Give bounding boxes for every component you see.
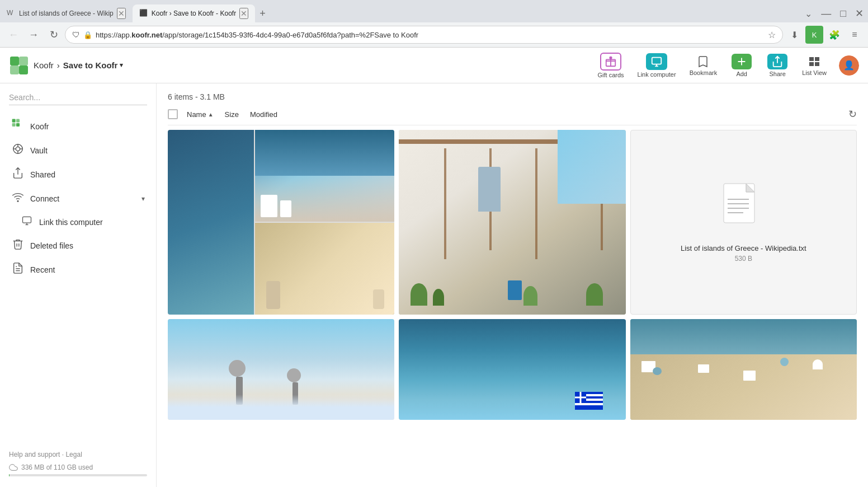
browser-menu-button[interactable]: ≡ <box>846 26 864 44</box>
sort-arrow-icon: ▲ <box>208 111 214 118</box>
storage-bar-fill <box>9 474 10 476</box>
cloud-icon <box>9 463 18 472</box>
search-input[interactable] <box>9 93 147 102</box>
gift-cards-button[interactable]: Gift cards <box>592 50 629 81</box>
breadcrumb-current[interactable]: Save to Koofr ▾ <box>63 60 124 70</box>
sidebar-item-vault[interactable]: Vault <box>0 138 156 162</box>
svg-rect-16 <box>16 119 20 123</box>
shared-icon <box>11 167 25 182</box>
list-view-label: List View <box>802 69 827 76</box>
add-button[interactable]: Add <box>725 51 758 79</box>
extension-button[interactable]: K <box>805 26 823 44</box>
search-box <box>9 92 147 105</box>
sidebar-recent-label: Recent <box>30 265 55 274</box>
sidebar-item-link-computer[interactable]: Link this computer <box>0 210 156 233</box>
window-minimize-button[interactable]: — <box>817 8 836 20</box>
tab-inactive[interactable]: W List of islands of Greece - Wikip ✕ <box>0 4 133 22</box>
document-name: List of islands of Greece - Wikipedia.tx… <box>681 244 806 252</box>
breadcrumb-root[interactable]: Koofr <box>34 60 54 70</box>
file-card-courtyard[interactable] <box>399 130 625 315</box>
lock-icon: 🔒 <box>83 31 92 39</box>
storage-bar <box>9 474 147 476</box>
content-toolbar: Name ▲ Size Modified ↻ <box>168 108 857 125</box>
sort-by-modified-button[interactable]: Modified <box>248 109 280 120</box>
refresh-button[interactable]: ↻ <box>848 108 857 120</box>
sidebar-footer: Help and support · Legal 336 MB of 110 G… <box>0 444 156 479</box>
sort-by-size-button[interactable]: Size <box>223 109 241 120</box>
app: Koofr › Save to Koofr ▾ <box>0 48 868 487</box>
forward-button[interactable]: → <box>25 26 43 44</box>
file-card-document[interactable]: List of islands of Greece - Wikipedia.tx… <box>630 130 857 315</box>
user-avatar-button[interactable]: 👤 <box>839 55 859 76</box>
tab-close-1[interactable]: ✕ <box>117 8 126 19</box>
main-content: 6 items - 3.1 MB Name ▲ Size Modified ↻ <box>157 83 868 487</box>
svg-rect-7 <box>652 57 662 64</box>
browser-chrome: W List of islands of Greece - Wikip ✕ ⬛ … <box>0 0 868 48</box>
list-view-icon <box>808 55 821 68</box>
sort-by-name-button[interactable]: Name ▲ <box>185 109 216 120</box>
bookmark-button[interactable]: Bookmark <box>684 53 723 78</box>
link-computer-icon <box>646 53 667 70</box>
deleted-files-icon <box>11 238 25 253</box>
tab-close-2[interactable]: ✕ <box>239 8 248 19</box>
list-view-button[interactable]: List View <box>796 53 832 78</box>
sidebar-item-shared[interactable]: Shared <box>0 162 156 186</box>
breadcrumb: Koofr › Save to Koofr ▾ <box>34 60 123 70</box>
extensions-menu-button[interactable]: 🧩 <box>825 26 843 44</box>
file-card-collage1[interactable] <box>168 130 394 315</box>
svg-rect-14 <box>815 62 819 66</box>
help-support-link[interactable]: Help and support <box>9 451 60 458</box>
tab-overflow-button[interactable]: ⌄ <box>800 8 817 19</box>
svg-rect-3 <box>19 65 28 74</box>
file-card-greek-flag[interactable] <box>399 319 625 420</box>
file-grid-row2 <box>168 319 857 420</box>
window-maximize-button[interactable]: □ <box>836 8 851 20</box>
tab-title-2: Koofr › Save to Koofr - Koofr <box>152 10 236 17</box>
sidebar-item-koofr[interactable]: Koofr <box>0 114 156 138</box>
svg-rect-11 <box>809 57 814 61</box>
bookmark-star-button[interactable]: ☆ <box>768 30 776 40</box>
svg-point-26 <box>17 200 18 202</box>
vault-icon <box>11 143 25 158</box>
file-card-aerial[interactable] <box>630 319 857 420</box>
nav-bar: ← → ↻ 🛡 🔒 https://app.koofr.net/app/stor… <box>0 22 868 47</box>
sidebar-item-connect[interactable]: Connect ▾ <box>0 186 156 210</box>
bookmark-label: Bookmark <box>690 69 718 76</box>
sidebar-connect-label: Connect <box>30 194 136 203</box>
address-bar[interactable]: 🛡 🔒 https://app.koofr.net/app/storage/1c… <box>65 26 783 44</box>
sidebar-item-deleted-files[interactable]: Deleted files <box>0 233 156 257</box>
url-text: https://app.koofr.net/app/storage/1c154b… <box>96 31 765 39</box>
sidebar-links: Help and support · Legal <box>9 451 147 458</box>
sidebar-vault-label: Vault <box>30 146 48 155</box>
link-computer-button[interactable]: Link computer <box>632 51 682 80</box>
document-size: 530 B <box>735 255 752 263</box>
link-computer-label: Link computer <box>638 71 676 78</box>
photo-tile-village <box>255 223 394 315</box>
select-all-checkbox[interactable] <box>168 109 178 119</box>
back-button[interactable]: ← <box>4 26 22 44</box>
share-icon <box>767 54 787 69</box>
content-header: 6 items - 3.1 MB <box>168 92 857 101</box>
tab-favicon-1: W <box>7 9 16 18</box>
recent-icon <box>11 262 25 277</box>
nav-actions: ⬇ K 🧩 ≡ <box>785 26 864 44</box>
photo-tile-blue <box>255 130 394 222</box>
new-tab-button[interactable]: + <box>255 8 270 20</box>
reload-button[interactable]: ↻ <box>45 26 63 44</box>
window-close-button[interactable]: ✕ <box>851 7 868 20</box>
sidebar-item-recent[interactable]: Recent <box>0 257 156 282</box>
bookmark-icon <box>696 55 710 68</box>
app-header: Koofr › Save to Koofr ▾ <box>0 48 868 83</box>
sidebar-shared-label: Shared <box>30 170 55 179</box>
tab-title-1: List of islands of Greece - Wikip <box>19 10 114 17</box>
svg-rect-2 <box>10 65 19 74</box>
share-button[interactable]: Share <box>761 51 794 79</box>
svg-rect-12 <box>815 57 819 61</box>
document-icon <box>721 182 766 235</box>
legal-link[interactable]: Legal <box>65 451 82 458</box>
download-button[interactable]: ⬇ <box>785 26 803 44</box>
app-body: Koofr Vault <box>0 83 868 487</box>
security-icon: 🛡 <box>72 30 80 39</box>
tab-active[interactable]: ⬛ Koofr › Save to Koofr - Koofr ✕ <box>133 4 255 22</box>
file-card-windmills[interactable] <box>168 319 394 420</box>
